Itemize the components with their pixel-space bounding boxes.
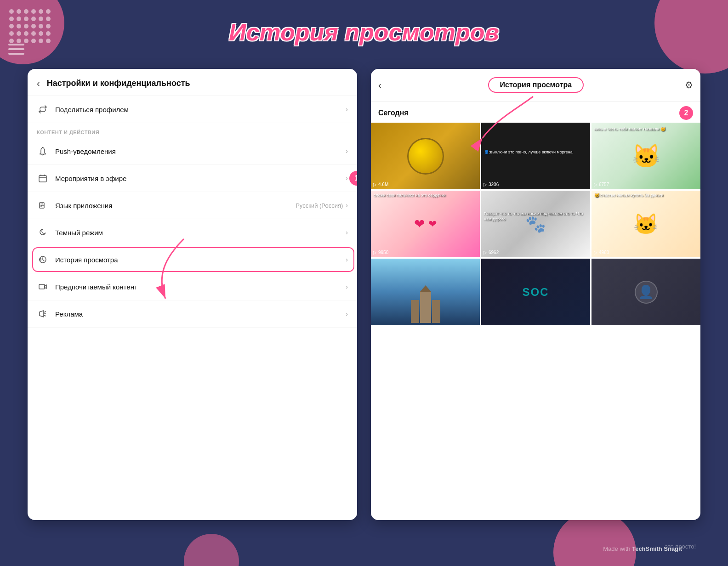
- share-profile-chevron: ›: [346, 106, 348, 113]
- language-chevron: ›: [346, 202, 348, 209]
- view-count-2: ▷ 3206: [483, 182, 499, 187]
- video-thumb-7[interactable]: [371, 259, 480, 325]
- video-text-3: кинь в честь тебя магнит Назвали 🐱: [594, 126, 698, 132]
- video-text-2: 👤:выключи это говно, лучше включи морген…: [484, 149, 587, 155]
- history-title-pill: История просмотра: [387, 77, 685, 93]
- back-button[interactable]: ‹: [37, 78, 40, 89]
- video-text-4: сложи свои пальчики на это сердечки: [374, 192, 477, 198]
- content-area: ‹ Настройки и конфиденциальность Поделит…: [28, 69, 700, 520]
- push-chevron: ›: [346, 147, 348, 155]
- video-thumb-3[interactable]: 🐱 кинь в честь тебя магнит Назвали 🐱 ▷ 6…: [592, 123, 700, 189]
- svg-rect-11: [39, 284, 45, 289]
- video-text-5: Говорят что то что мы носим под чехлом э…: [484, 211, 587, 222]
- view-count-5: ▷ 6962: [483, 250, 499, 255]
- video-text-6: 🐱:счастье нельзя купить За деньги: [594, 192, 698, 198]
- video-thumb-5[interactable]: 🐾 Говорят что то что мы носим под чехлом…: [481, 191, 590, 257]
- badge-1: 1: [349, 171, 357, 186]
- right-panel: ‹ История просмотра ⚙ Сегодня 2 ▷ 4.6M: [371, 69, 700, 520]
- gear-button[interactable]: ⚙: [685, 79, 693, 91]
- svg-text:A: A: [41, 203, 44, 207]
- video-thumb-4[interactable]: ❤ ❤ сложи свои пальчики на это сердечки …: [371, 191, 480, 257]
- share-profile-label: Поделиться профилем: [55, 106, 346, 113]
- ads-icon: [37, 308, 49, 320]
- video-thumb-2[interactable]: 👤:выключи это говно, лучше включи морген…: [481, 123, 590, 189]
- language-sublabel: Русский (Россия): [296, 202, 343, 209]
- today-row: Сегодня 2: [371, 102, 700, 123]
- menu-item-language[interactable]: A Язык приложения Русский (Россия) ›: [28, 192, 357, 219]
- hamburger-lines: [8, 44, 24, 55]
- events-chevron: ›: [346, 175, 348, 182]
- preferred-label: Предпочитаемый контент: [55, 283, 346, 291]
- left-panel: ‹ Настройки и конфиденциальность Поделит…: [28, 69, 357, 520]
- video-thumb-1[interactable]: ▷ 4.6M: [371, 123, 480, 189]
- menu-item-share-profile[interactable]: Поделиться профилем ›: [28, 96, 357, 123]
- video-icon: [37, 281, 49, 293]
- video-thumb-9[interactable]: 👤: [592, 259, 700, 325]
- dark-mode-chevron: ›: [346, 229, 348, 236]
- view-count-3: ▷ 6757: [594, 182, 609, 187]
- view-count-6: ▷ 4960: [594, 250, 609, 255]
- language-icon: A: [37, 199, 49, 211]
- svg-rect-1: [39, 175, 46, 182]
- svg-marker-12: [40, 311, 44, 317]
- settings-title: Настройки и конфиденциальность: [47, 79, 190, 88]
- section-label-content: КОНТЕНТ И ДЕЙСТВИЯ: [28, 123, 357, 138]
- today-label: Сегодня: [378, 109, 409, 117]
- view-count-1: ▷ 4.6M: [373, 182, 388, 187]
- language-label: Язык приложения: [55, 202, 296, 209]
- video-thumb-8[interactable]: SOC: [481, 259, 590, 325]
- history-back-button[interactable]: ‹: [378, 80, 381, 91]
- video-thumb-6[interactable]: 🐱 🐱:счастье нельзя купить За деньги ▷ 49…: [592, 191, 700, 257]
- socfaq-bottom-watermark: это просто!: [665, 543, 696, 550]
- calendar-icon: [37, 172, 49, 184]
- menu-item-events[interactable]: Мероприятия в эфире › 1: [28, 165, 357, 192]
- bell-icon: [37, 145, 49, 157]
- history-label: История просмотра: [55, 256, 346, 264]
- video-grid: ▷ 4.6M 👤:выключи это говно, лучше включи…: [371, 123, 700, 325]
- history-header: ‹ История просмотра ⚙: [371, 69, 700, 102]
- svg-point-10: [40, 256, 46, 263]
- share-icon: [37, 103, 49, 115]
- menu-item-history[interactable]: История просмотра ›: [28, 246, 357, 273]
- preferred-chevron: ›: [346, 283, 348, 290]
- history-chevron: ›: [346, 256, 348, 263]
- moon-icon: [37, 226, 49, 238]
- badge-2: 2: [679, 106, 693, 120]
- bg-circle-top-right: [654, 0, 728, 74]
- push-label: Push-уведомления: [55, 147, 346, 155]
- events-label: Мероприятия в эфире: [55, 175, 346, 182]
- dot-grid: [9, 9, 51, 43]
- bg-circle-bottom-left: [184, 534, 239, 566]
- ads-chevron: ›: [346, 310, 348, 317]
- page-title: История просмотров: [229, 18, 499, 46]
- ads-label: Реклама: [55, 310, 346, 318]
- view-count-4: ▷ 9950: [373, 250, 388, 255]
- settings-header: ‹ Настройки и конфиденциальность: [28, 69, 357, 96]
- socfaq-watermark: SOC: [522, 286, 549, 299]
- menu-item-ads[interactable]: Реклама ›: [28, 300, 357, 328]
- menu-item-preferred[interactable]: Предпочитаемый контент ›: [28, 273, 357, 300]
- menu-item-push[interactable]: Push-уведомления ›: [28, 138, 357, 165]
- menu-item-dark-mode[interactable]: Темный режим ›: [28, 219, 357, 246]
- history-icon: [37, 254, 49, 266]
- dark-mode-label: Темный режим: [55, 229, 346, 237]
- history-panel-title: История просмотра: [488, 77, 584, 93]
